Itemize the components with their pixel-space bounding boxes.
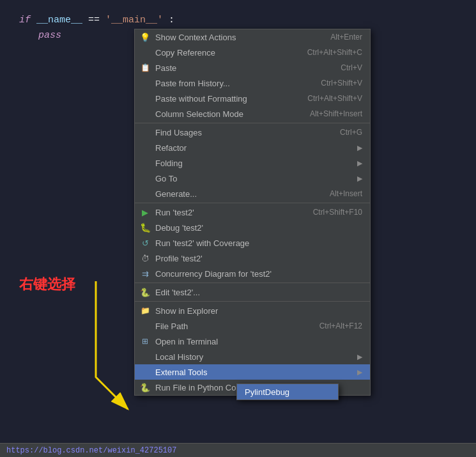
menu-item-copy-reference[interactable]: Copy Reference Ctrl+Alt+Shift+C: [135, 45, 370, 60]
menu-item-paste-history[interactable]: Paste from History... Ctrl+Shift+V: [135, 75, 370, 91]
menu-label-debug-test2: Debug 'test2': [155, 223, 203, 233]
submenu-arrow-folding: ▶: [357, 159, 362, 167]
menu-item-column-selection[interactable]: Column Selection Mode Alt+Shift+Insert: [135, 106, 370, 121]
coverage-icon: ↺: [140, 238, 150, 248]
url-bar: https://blog.csdn.net/weixin_42725107: [0, 443, 476, 457]
folder-icon: 📁: [140, 306, 150, 316]
runfile-icon: 🐍: [140, 382, 150, 392]
menu-label-copy-reference: Copy Reference: [155, 48, 215, 58]
menu-item-go-to[interactable]: Go To ▶: [135, 171, 370, 186]
menu-item-debug-test2[interactable]: 🐛 Debug 'test2': [135, 220, 370, 235]
external-tools-submenu: PylintDebug: [236, 383, 339, 400]
menu-label-edit-test2: Edit 'test2'...: [155, 288, 200, 297]
menu-item-profile-test2[interactable]: ⏱ Profile 'test2': [135, 251, 370, 266]
menu-item-show-explorer[interactable]: 📁 Show in Explorer: [135, 303, 370, 318]
menu-item-external-tools[interactable]: External Tools ▶: [135, 364, 370, 380]
menu-item-file-path[interactable]: File Path Ctrl+Alt+F12: [135, 318, 370, 334]
submenu-arrow-external-tools: ▶: [357, 368, 362, 376]
divider-3: [135, 283, 370, 283]
menu-label-open-terminal: Open in Terminal: [155, 337, 218, 346]
menu-label-file-path: File Path: [155, 321, 188, 331]
menu-item-run-coverage[interactable]: ↺ Run 'test2' with Coverage: [135, 235, 370, 251]
submenu-arrow-go-to: ▶: [357, 174, 362, 183]
menu-item-generate[interactable]: Generate... Alt+Insert: [135, 186, 370, 201]
shortcut-copy-reference: Ctrl+Alt+Shift+C: [307, 48, 362, 57]
annotation-text: 右键选择: [19, 275, 75, 294]
menu-item-local-history[interactable]: Local History ▶: [135, 349, 370, 364]
context-menu: 💡 Show Context Actions Alt+Enter Copy Re…: [134, 29, 371, 396]
shortcut-show-context-actions: Alt+Enter: [330, 33, 362, 42]
concurrency-icon: ⇉: [140, 268, 150, 279]
menu-label-paste: Paste: [155, 63, 176, 73]
menu-item-folding[interactable]: Folding ▶: [135, 155, 370, 171]
code-line-1: if __name__ == '__main__' :: [19, 13, 457, 28]
lightbulb-icon: 💡: [140, 32, 150, 42]
menu-item-refactor[interactable]: Refactor ▶: [135, 140, 370, 155]
shortcut-paste: Ctrl+V: [341, 63, 362, 72]
debug-icon: 🐛: [140, 222, 150, 233]
run-icon: ▶: [140, 207, 150, 217]
paste-icon: 📋: [140, 63, 150, 73]
menu-label-show-context-actions: Show Context Actions: [155, 33, 236, 42]
menu-label-go-to: Go To: [155, 174, 177, 183]
menu-label-find-usages: Find Usages: [155, 128, 202, 137]
menu-label-concurrency: Concurrency Diagram for 'test2': [155, 269, 272, 279]
shortcut-generate: Alt+Insert: [330, 189, 362, 198]
menu-label-profile-test2: Profile 'test2': [155, 254, 203, 263]
divider-2: [135, 203, 370, 203]
menu-label-run-coverage: Run 'test2' with Coverage: [155, 238, 249, 248]
submenu-label-pylintdebug: PylintDebug: [245, 387, 289, 397]
menu-label-refactor: Refactor: [155, 143, 187, 153]
menu-label-paste-history: Paste from History...: [155, 79, 230, 88]
shortcut-column-selection: Alt+Shift+Insert: [310, 109, 362, 118]
menu-item-concurrency[interactable]: ⇉ Concurrency Diagram for 'test2': [135, 266, 370, 281]
menu-item-edit-test2[interactable]: 🐍 Edit 'test2'...: [135, 284, 370, 300]
menu-item-open-terminal[interactable]: ⊞ Open in Terminal: [135, 334, 370, 349]
shortcut-paste-history: Ctrl+Shift+V: [321, 79, 362, 88]
divider-4: [135, 301, 370, 302]
shortcut-find-usages: Ctrl+G: [340, 128, 362, 137]
menu-item-run-test2[interactable]: ▶ Run 'test2' Ctrl+Shift+F10: [135, 205, 370, 220]
menu-label-external-tools: External Tools: [155, 368, 207, 377]
submenu-arrow-refactor: ▶: [357, 144, 362, 152]
menu-label-run-test2: Run 'test2': [155, 208, 194, 217]
terminal-icon: ⊞: [140, 336, 150, 346]
menu-item-show-context-actions[interactable]: 💡 Show Context Actions Alt+Enter: [135, 29, 370, 45]
menu-label-column-selection: Column Selection Mode: [155, 109, 243, 119]
submenu-arrow-local-history: ▶: [357, 353, 362, 361]
shortcut-run-test2: Ctrl+Shift+F10: [313, 208, 362, 217]
python-icon: 🐍: [140, 287, 150, 297]
menu-label-local-history: Local History: [155, 352, 203, 362]
shortcut-paste-no-format: Ctrl+Alt+Shift+V: [307, 94, 362, 103]
profile-icon: ⏱: [140, 253, 150, 263]
menu-label-paste-no-format: Paste without Formatting: [155, 94, 247, 104]
menu-item-find-usages[interactable]: Find Usages Ctrl+G: [135, 125, 370, 140]
menu-item-paste[interactable]: 📋 Paste Ctrl+V: [135, 60, 370, 75]
menu-label-folding: Folding: [155, 159, 183, 168]
url-text: https://blog.csdn.net/weixin_42725107: [6, 446, 176, 455]
menu-label-show-explorer: Show in Explorer: [155, 306, 218, 316]
submenu-item-pylintdebug[interactable]: PylintDebug: [237, 384, 338, 399]
divider-1: [135, 123, 370, 123]
menu-item-paste-no-format[interactable]: Paste without Formatting Ctrl+Alt+Shift+…: [135, 91, 370, 106]
shortcut-file-path: Ctrl+Alt+F12: [319, 321, 362, 330]
menu-label-generate: Generate...: [155, 189, 197, 199]
